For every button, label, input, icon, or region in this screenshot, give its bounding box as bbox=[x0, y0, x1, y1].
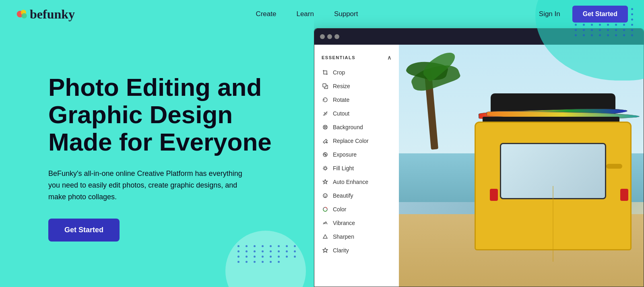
van-taillight-left bbox=[490, 189, 498, 201]
nav-links: Create Learn Support bbox=[256, 10, 358, 18]
hero-content: Photo Editing and Graphic Design Made fo… bbox=[0, 74, 314, 242]
tool-background-label: Background bbox=[333, 124, 363, 130]
tool-exposure-label: Exposure bbox=[333, 151, 357, 158]
tool-replace-color[interactable]: Replace Color bbox=[314, 134, 399, 148]
tool-beautify-label: Beautify bbox=[333, 192, 353, 199]
tool-exposure[interactable]: Exposure bbox=[314, 148, 399, 161]
vibrance-icon bbox=[322, 219, 329, 227]
nav-support[interactable]: Support bbox=[334, 10, 358, 18]
tools-sidebar: ESSENTIALS Crop bbox=[314, 45, 399, 287]
chevron-up-icon bbox=[387, 54, 392, 61]
svg-point-11 bbox=[326, 195, 326, 196]
tool-vibrance-label: Vibrance bbox=[333, 220, 355, 226]
background-icon bbox=[322, 124, 329, 131]
tool-beautify[interactable]: Beautify bbox=[314, 189, 399, 202]
hero-section: Photo Editing and Graphic Design Made fo… bbox=[0, 28, 644, 287]
cutout-icon bbox=[322, 110, 329, 117]
tool-resize[interactable]: Resize bbox=[314, 79, 399, 93]
beautify-icon bbox=[322, 192, 329, 199]
mockup-body: ESSENTIALS Crop bbox=[314, 45, 644, 287]
titlebar-dot-3 bbox=[334, 34, 339, 39]
tool-resize-label: Resize bbox=[333, 83, 350, 89]
photo-preview bbox=[399, 45, 644, 287]
nav-right: Sign In Get Started bbox=[539, 6, 628, 23]
sharpen-icon bbox=[322, 233, 329, 240]
van-door-handle bbox=[606, 164, 622, 169]
svg-point-6 bbox=[326, 142, 328, 143]
hero-title: Photo Editing and Graphic Design Made fo… bbox=[48, 74, 314, 156]
fill-light-icon bbox=[322, 165, 329, 172]
auto-enhance-icon bbox=[322, 178, 329, 186]
svg-point-8 bbox=[324, 167, 326, 169]
tool-cutout[interactable]: Cutout bbox=[314, 107, 399, 120]
nav-get-started-button[interactable]: Get Started bbox=[572, 6, 628, 23]
sidebar-section-header: ESSENTIALS bbox=[314, 51, 399, 66]
svg-point-10 bbox=[324, 195, 325, 196]
resize-icon bbox=[322, 83, 329, 90]
tool-replace-color-label: Replace Color bbox=[333, 138, 369, 144]
hero-title-line1: Photo Editing and bbox=[48, 73, 262, 101]
van-body bbox=[475, 122, 632, 250]
photo-background bbox=[399, 45, 644, 287]
titlebar-dot-2 bbox=[327, 34, 332, 39]
tool-sharpen[interactable]: Sharpen bbox=[314, 230, 399, 244]
nav-learn[interactable]: Learn bbox=[296, 10, 314, 18]
tool-vibrance[interactable]: Vibrance bbox=[314, 216, 399, 230]
svg-point-5 bbox=[324, 126, 326, 128]
hero-subtitle: BeFunky's all-in-one online Creative Pla… bbox=[48, 168, 250, 202]
hero-get-started-button[interactable]: Get Started bbox=[48, 219, 120, 242]
tool-fill-light-label: Fill Light bbox=[333, 165, 354, 171]
tool-color-label: Color bbox=[333, 206, 346, 213]
svg-rect-3 bbox=[323, 84, 326, 87]
color-icon bbox=[322, 206, 329, 213]
tool-background[interactable]: Background bbox=[314, 120, 399, 134]
replace-color-icon bbox=[322, 137, 329, 145]
hero-title-line2: Graphic Design bbox=[48, 101, 233, 128]
tool-fill-light[interactable]: Fill Light bbox=[314, 161, 399, 175]
tool-cutout-label: Cutout bbox=[333, 110, 349, 117]
van-taillight-right bbox=[620, 189, 628, 201]
tool-color[interactable]: Color bbox=[314, 202, 399, 216]
logo-text: befunky bbox=[30, 7, 75, 22]
titlebar-dot-1 bbox=[320, 34, 325, 39]
sidebar-section-label: ESSENTIALS bbox=[322, 55, 355, 60]
van bbox=[462, 77, 632, 287]
tool-crop-label: Crop bbox=[333, 69, 345, 76]
tool-rotate-label: Rotate bbox=[333, 97, 349, 103]
logo[interactable]: befunky bbox=[16, 7, 75, 22]
tool-auto-enhance-label: Auto Enhance bbox=[333, 179, 368, 185]
rotate-icon bbox=[322, 96, 329, 103]
crop-icon bbox=[322, 69, 329, 76]
tool-crop[interactable]: Crop bbox=[314, 66, 399, 79]
decorative-dots-center bbox=[237, 245, 299, 263]
nav-create[interactable]: Create bbox=[256, 10, 276, 18]
sign-in-link[interactable]: Sign In bbox=[539, 10, 560, 18]
tool-rotate[interactable]: Rotate bbox=[314, 93, 399, 107]
tool-clarity-label: Clarity bbox=[333, 247, 349, 254]
tool-clarity[interactable]: Clarity bbox=[314, 244, 399, 257]
clarity-icon bbox=[322, 247, 329, 254]
tool-auto-enhance[interactable]: Auto Enhance bbox=[314, 175, 399, 189]
hero-title-line3: Made for Everyone bbox=[48, 128, 272, 156]
tool-sharpen-label: Sharpen bbox=[333, 233, 354, 240]
navbar: befunky Create Learn Support Sign In Get… bbox=[0, 0, 644, 28]
exposure-icon bbox=[322, 151, 329, 158]
svg-point-2 bbox=[21, 13, 27, 19]
van-door-line bbox=[553, 186, 553, 262]
